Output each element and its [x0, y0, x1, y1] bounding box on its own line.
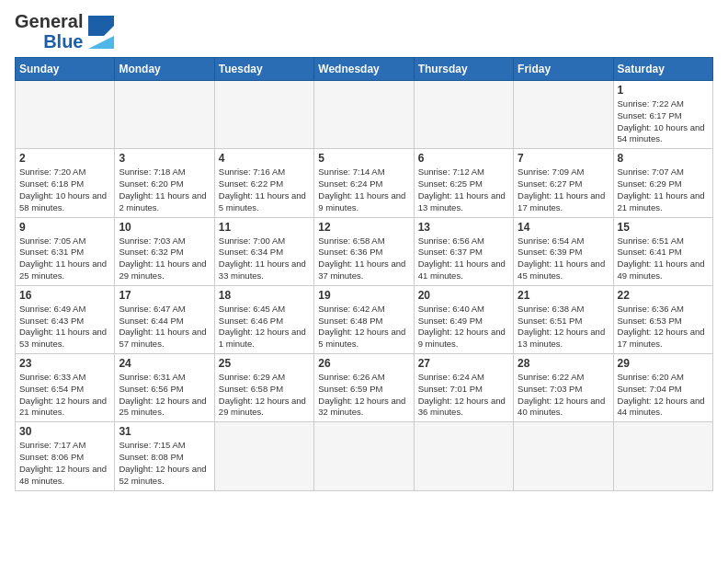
calendar-cell — [414, 81, 513, 149]
day-number: 6 — [418, 152, 509, 165]
day-info: Sunrise: 7:20 AM Sunset: 6:18 PM Dayligh… — [19, 167, 110, 213]
calendar-cell: 13Sunrise: 6:56 AM Sunset: 6:37 PM Dayli… — [414, 217, 513, 285]
day-number: 18 — [219, 289, 310, 302]
calendar-cell: 5Sunrise: 7:14 AM Sunset: 6:24 PM Daylig… — [314, 149, 414, 217]
calendar-cell: 31Sunrise: 7:15 AM Sunset: 8:08 PM Dayli… — [115, 422, 214, 490]
calendar-cell: 26Sunrise: 6:26 AM Sunset: 6:59 PM Dayli… — [314, 354, 414, 422]
weekday-header: Sunday — [16, 58, 115, 81]
calendar-cell: 25Sunrise: 6:29 AM Sunset: 6:58 PM Dayli… — [214, 354, 313, 422]
day-number: 2 — [19, 152, 110, 165]
day-number: 26 — [318, 357, 409, 370]
day-info: Sunrise: 7:07 AM Sunset: 6:29 PM Dayligh… — [618, 167, 709, 213]
calendar-cell: 6Sunrise: 7:12 AM Sunset: 6:25 PM Daylig… — [414, 149, 513, 217]
day-info: Sunrise: 6:31 AM Sunset: 6:56 PM Dayligh… — [119, 372, 210, 419]
calendar-cell — [115, 81, 214, 149]
logo-blue-text: Blue — [43, 31, 83, 52]
weekday-header: Saturday — [613, 58, 712, 81]
day-info: Sunrise: 7:14 AM Sunset: 6:24 PM Dayligh… — [318, 167, 409, 213]
day-number: 9 — [19, 221, 110, 234]
calendar-week-row: 30Sunrise: 7:17 AM Sunset: 8:06 PM Dayli… — [16, 422, 713, 490]
day-info: Sunrise: 6:38 AM Sunset: 6:51 PM Dayligh… — [518, 304, 609, 350]
weekday-header: Friday — [514, 58, 613, 81]
calendar-cell — [613, 422, 712, 490]
day-info: Sunrise: 6:42 AM Sunset: 6:48 PM Dayligh… — [318, 304, 409, 350]
calendar-cell — [16, 81, 115, 149]
calendar-cell: 23Sunrise: 6:33 AM Sunset: 6:54 PM Dayli… — [16, 354, 115, 422]
calendar-cell: 17Sunrise: 6:47 AM Sunset: 6:44 PM Dayli… — [115, 285, 214, 353]
calendar-table: SundayMondayTuesdayWednesdayThursdayFrid… — [15, 57, 713, 491]
day-info: Sunrise: 6:47 AM Sunset: 6:44 PM Dayligh… — [119, 304, 210, 350]
day-info: Sunrise: 7:03 AM Sunset: 6:32 PM Dayligh… — [119, 236, 210, 282]
day-number: 30 — [19, 425, 110, 438]
day-info: Sunrise: 6:20 AM Sunset: 7:04 PM Dayligh… — [618, 372, 709, 419]
calendar-cell: 28Sunrise: 6:22 AM Sunset: 7:03 PM Dayli… — [514, 354, 613, 422]
logo-general-text: General — [15, 11, 83, 31]
weekday-header: Monday — [115, 58, 214, 81]
calendar-cell: 9Sunrise: 7:05 AM Sunset: 6:31 PM Daylig… — [16, 217, 115, 285]
calendar-cell: 7Sunrise: 7:09 AM Sunset: 6:27 PM Daylig… — [514, 149, 613, 217]
calendar-cell: 29Sunrise: 6:20 AM Sunset: 7:04 PM Dayli… — [613, 354, 712, 422]
calendar-week-row: 1Sunrise: 7:22 AM Sunset: 6:17 PM Daylig… — [16, 81, 713, 149]
day-number: 19 — [318, 289, 409, 302]
day-number: 28 — [518, 357, 609, 370]
day-info: Sunrise: 6:40 AM Sunset: 6:49 PM Dayligh… — [418, 304, 509, 350]
day-info: Sunrise: 7:18 AM Sunset: 6:20 PM Dayligh… — [119, 167, 210, 213]
calendar-cell: 2Sunrise: 7:20 AM Sunset: 6:18 PM Daylig… — [16, 149, 115, 217]
calendar-cell: 15Sunrise: 6:51 AM Sunset: 6:41 PM Dayli… — [613, 217, 712, 285]
calendar-cell: 30Sunrise: 7:17 AM Sunset: 8:06 PM Dayli… — [16, 422, 115, 490]
day-number: 15 — [618, 221, 709, 234]
calendar-cell: 24Sunrise: 6:31 AM Sunset: 6:56 PM Dayli… — [115, 354, 214, 422]
calendar-cell: 22Sunrise: 6:36 AM Sunset: 6:53 PM Dayli… — [613, 285, 712, 353]
calendar-cell: 14Sunrise: 6:54 AM Sunset: 6:39 PM Dayli… — [514, 217, 613, 285]
calendar-week-row: 23Sunrise: 6:33 AM Sunset: 6:54 PM Dayli… — [16, 354, 713, 422]
calendar-cell: 8Sunrise: 7:07 AM Sunset: 6:29 PM Daylig… — [613, 149, 712, 217]
day-number: 17 — [119, 289, 210, 302]
calendar-cell: 21Sunrise: 6:38 AM Sunset: 6:51 PM Dayli… — [514, 285, 613, 353]
day-number: 21 — [518, 289, 609, 302]
calendar-week-row: 9Sunrise: 7:05 AM Sunset: 6:31 PM Daylig… — [16, 217, 713, 285]
day-number: 16 — [19, 289, 110, 302]
calendar-cell — [314, 81, 414, 149]
calendar-cell — [214, 81, 313, 149]
day-number: 7 — [518, 152, 609, 165]
calendar-cell — [514, 422, 613, 490]
day-number: 8 — [618, 152, 709, 165]
day-number: 14 — [518, 221, 609, 234]
page-container: General Blue SundayMondayTuesdayWednesda… — [0, 0, 728, 499]
day-info: Sunrise: 6:22 AM Sunset: 7:03 PM Dayligh… — [518, 372, 609, 419]
day-info: Sunrise: 7:15 AM Sunset: 8:08 PM Dayligh… — [119, 440, 210, 487]
logo: General Blue — [15, 11, 114, 52]
day-info: Sunrise: 6:51 AM Sunset: 6:41 PM Dayligh… — [618, 236, 709, 282]
calendar-cell: 10Sunrise: 7:03 AM Sunset: 6:32 PM Dayli… — [115, 217, 214, 285]
calendar-header-row: SundayMondayTuesdayWednesdayThursdayFrid… — [16, 58, 713, 81]
day-info: Sunrise: 6:56 AM Sunset: 6:37 PM Dayligh… — [418, 236, 509, 282]
day-info: Sunrise: 7:12 AM Sunset: 6:25 PM Dayligh… — [418, 167, 509, 213]
day-info: Sunrise: 6:49 AM Sunset: 6:43 PM Dayligh… — [19, 304, 110, 350]
calendar-cell: 12Sunrise: 6:58 AM Sunset: 6:36 PM Dayli… — [314, 217, 414, 285]
day-info: Sunrise: 6:29 AM Sunset: 6:58 PM Dayligh… — [219, 372, 310, 419]
day-info: Sunrise: 7:09 AM Sunset: 6:27 PM Dayligh… — [518, 167, 609, 213]
header: General Blue — [15, 11, 713, 52]
calendar-cell: 4Sunrise: 7:16 AM Sunset: 6:22 PM Daylig… — [214, 149, 313, 217]
day-number: 3 — [119, 152, 210, 165]
day-number: 12 — [318, 221, 409, 234]
calendar-cell: 20Sunrise: 6:40 AM Sunset: 6:49 PM Dayli… — [414, 285, 513, 353]
calendar-week-row: 16Sunrise: 6:49 AM Sunset: 6:43 PM Dayli… — [16, 285, 713, 353]
calendar-cell — [414, 422, 513, 490]
calendar-cell: 16Sunrise: 6:49 AM Sunset: 6:43 PM Dayli… — [16, 285, 115, 353]
day-number: 5 — [318, 152, 409, 165]
logo-image: General Blue — [15, 11, 114, 52]
day-info: Sunrise: 7:00 AM Sunset: 6:34 PM Dayligh… — [219, 236, 310, 282]
day-info: Sunrise: 7:22 AM Sunset: 6:17 PM Dayligh… — [618, 98, 709, 145]
calendar-cell — [214, 422, 313, 490]
calendar-week-row: 2Sunrise: 7:20 AM Sunset: 6:18 PM Daylig… — [16, 149, 713, 217]
day-number: 11 — [219, 221, 310, 234]
day-number: 27 — [418, 357, 509, 370]
calendar-cell: 19Sunrise: 6:42 AM Sunset: 6:48 PM Dayli… — [314, 285, 414, 353]
day-number: 10 — [119, 221, 210, 234]
day-info: Sunrise: 6:24 AM Sunset: 7:01 PM Dayligh… — [418, 372, 509, 419]
day-number: 23 — [19, 357, 110, 370]
day-info: Sunrise: 6:33 AM Sunset: 6:54 PM Dayligh… — [19, 372, 110, 419]
day-number: 22 — [618, 289, 709, 302]
calendar-cell — [314, 422, 414, 490]
